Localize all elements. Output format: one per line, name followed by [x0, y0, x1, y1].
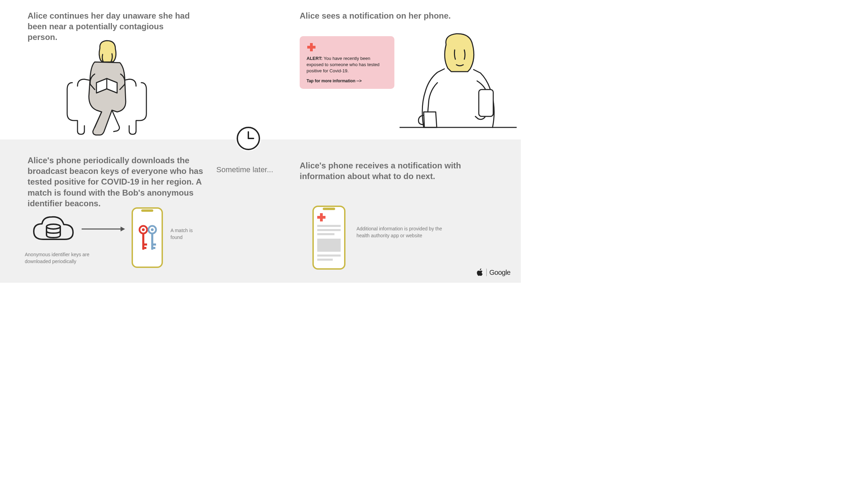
match-caption: A match is found	[170, 227, 202, 241]
alert-tap-text: Tap for more information -->	[307, 79, 388, 83]
svg-rect-26	[317, 254, 341, 257]
alice-sitting-illustration	[62, 38, 152, 138]
svg-rect-8	[132, 208, 162, 267]
cloud-database-icon	[31, 214, 76, 246]
cloud-caption: Anonymous identifier keys are downloaded…	[25, 251, 101, 265]
svg-rect-13	[144, 243, 147, 246]
apple-logo-icon	[477, 268, 484, 277]
svg-rect-23	[317, 229, 341, 231]
svg-rect-24	[317, 233, 334, 235]
google-logo-text: Google	[489, 269, 511, 277]
medical-cross-icon	[307, 42, 316, 52]
svg-rect-22	[317, 225, 341, 227]
svg-rect-25	[317, 239, 341, 252]
alert-notification: ALERT: You have recently been exposed to…	[300, 36, 394, 89]
arrow-icon	[81, 226, 126, 232]
svg-rect-2	[479, 90, 493, 116]
logo-divider	[486, 269, 487, 276]
panel-bl-heading: Alice's phone periodically downloads the…	[28, 155, 203, 209]
clock-icon	[236, 126, 261, 151]
phone-info-illustration	[312, 205, 346, 270]
svg-rect-21	[323, 208, 335, 210]
panel-tr-heading: Alice sees a notification on her phone.	[300, 10, 462, 21]
info-caption: Additional information is provided by th…	[356, 226, 453, 239]
svg-point-11	[142, 228, 145, 231]
svg-rect-12	[142, 233, 144, 250]
svg-rect-14	[144, 247, 146, 249]
panel-br-heading: Alice's phone receives a notification wi…	[300, 160, 472, 181]
alice-phone-illustration	[400, 31, 517, 139]
svg-rect-17	[151, 233, 153, 250]
svg-rect-9	[141, 209, 153, 212]
svg-rect-19	[153, 247, 155, 249]
phone-match-illustration	[131, 207, 164, 269]
svg-rect-18	[153, 243, 156, 246]
center-label: Sometime later...	[216, 165, 273, 174]
alert-text: ALERT: You have recently been exposed to…	[307, 55, 388, 74]
svg-rect-27	[317, 259, 333, 261]
svg-point-6	[46, 224, 60, 229]
footer-logos: Google	[477, 268, 511, 277]
svg-point-16	[151, 228, 154, 231]
